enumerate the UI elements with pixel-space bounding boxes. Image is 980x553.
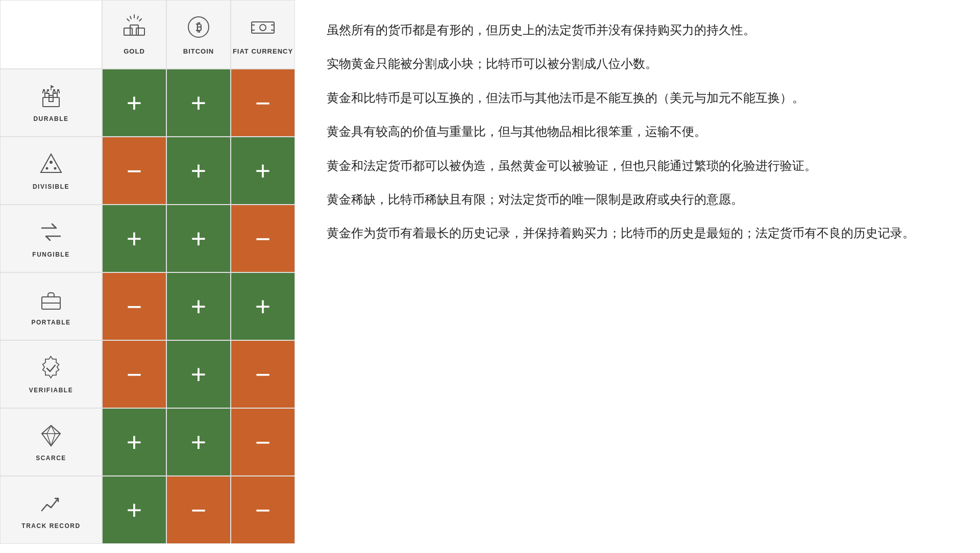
svg-marker-40 — [42, 425, 60, 446]
svg-rect-1 — [130, 25, 138, 35]
svg-point-36 — [46, 167, 48, 170]
row-label-verifiable: VERIFIABLE — [0, 340, 102, 408]
svg-rect-30 — [57, 89, 59, 91]
cell-symbol: + — [191, 90, 206, 116]
svg-line-6 — [127, 19, 129, 21]
fiat-label: FIAT CURRENCY — [233, 47, 293, 55]
row-label-scarce: SCARCE — [0, 408, 102, 476]
table-row-scarce: SCARCE ++− — [0, 408, 296, 476]
svg-rect-17 — [45, 93, 49, 97]
cell-symbol: + — [255, 158, 271, 184]
cell-divisible-gold: − — [102, 137, 166, 205]
header-col-fiat: FIAT CURRENCY — [231, 0, 295, 69]
cell-portable-bitcoin: + — [166, 272, 231, 340]
svg-rect-2 — [136, 28, 144, 35]
cell-fungible-gold: + — [102, 205, 166, 272]
cell-symbol: + — [191, 293, 206, 320]
cell-symbol: − — [191, 497, 206, 523]
cell-fungible-bitcoin: + — [166, 205, 231, 272]
svg-line-5 — [137, 16, 138, 19]
svg-line-33 — [51, 154, 61, 172]
cell-symbol: − — [255, 497, 271, 523]
svg-line-4 — [130, 16, 131, 19]
svg-line-7 — [139, 19, 141, 21]
table-row-verifiable: VERIFIABLE −+− — [0, 340, 296, 408]
cell-verifiable-fiat: − — [231, 340, 295, 408]
briefcase-icon — [38, 287, 64, 316]
header-col-gold: GOLD — [102, 0, 166, 69]
cell-symbol: − — [127, 361, 142, 388]
cell-symbol: + — [191, 361, 206, 388]
gold-icon — [121, 14, 148, 43]
svg-rect-27 — [43, 89, 45, 91]
cell-fungible-fiat: − — [231, 205, 295, 272]
svg-point-37 — [54, 167, 57, 170]
svg-point-11 — [260, 24, 266, 31]
row-label-track-record: TRACK RECORD — [0, 476, 102, 544]
comparison-table: GOLD ₿ BITCOIN — [0, 0, 296, 553]
chart-up-icon — [38, 490, 64, 519]
cell-durable-gold: + — [102, 69, 166, 137]
cell-symbol: − — [127, 293, 142, 320]
table-row-durable: DURABLE ++− — [0, 69, 296, 137]
row-label-text-scarce: SCARCE — [36, 455, 66, 462]
badge-check-icon — [38, 355, 64, 384]
descriptions-panel: 虽然所有的货币都是有形的，但历史上的法定货币并没有保持购买力的持久性。实物黄金只… — [296, 0, 980, 264]
swap-icon — [38, 219, 64, 248]
cell-symbol: + — [191, 225, 206, 252]
bitcoin-icon: ₿ — [185, 14, 212, 43]
cell-track-record-gold: + — [102, 476, 166, 544]
cell-verifiable-bitcoin: + — [166, 340, 231, 408]
cell-symbol: − — [127, 158, 142, 184]
cell-symbol: − — [255, 225, 271, 252]
row-label-text-track-record: TRACK RECORD — [21, 522, 80, 530]
row-label-text-durable: DURABLE — [33, 115, 68, 122]
table-row-fungible: FUNGIBLE ++− — [0, 205, 296, 272]
table-row-track-record: TRACK RECORD +−− — [0, 476, 296, 544]
svg-point-35 — [50, 161, 53, 164]
svg-rect-10 — [252, 22, 274, 33]
row-label-fungible: FUNGIBLE — [0, 205, 102, 272]
cell-durable-fiat: − — [231, 69, 295, 137]
gold-label: GOLD — [124, 47, 145, 55]
cell-symbol: + — [255, 293, 271, 320]
description-7: 黄金作为货币有着最长的历史记录，并保持着购买力；比特币的历史是最短的；法定货币有… — [327, 223, 949, 243]
row-label-text-divisible: DIVISIBLE — [33, 183, 69, 190]
row-label-text-portable: PORTABLE — [31, 319, 70, 326]
castle-icon — [38, 83, 64, 112]
cell-scarce-bitcoin: + — [166, 408, 231, 476]
descriptions-list: 虽然所有的货币都是有形的，但历史上的法定货币并没有保持购买力的持久性。实物黄金只… — [327, 20, 949, 243]
cell-portable-gold: − — [102, 272, 166, 340]
svg-rect-18 — [53, 93, 57, 97]
row-label-divisible: DIVISIBLE — [0, 137, 102, 205]
svg-rect-19 — [49, 95, 53, 102]
bitcoin-label: BITCOIN — [183, 47, 214, 55]
cell-scarce-gold: + — [102, 408, 166, 476]
cell-track-record-bitcoin: − — [166, 476, 231, 544]
description-6: 黄金稀缺，比特币稀缺且有限；对法定货币的唯一限制是政府或央行的意愿。 — [327, 190, 949, 209]
description-4: 黄金具有较高的价值与重量比，但与其他物品相比很笨重，运输不便。 — [327, 122, 949, 141]
svg-rect-28 — [47, 89, 49, 91]
table-row-divisible: DIVISIBLE −++ — [0, 137, 296, 205]
description-1: 虽然所有的货币都是有形的，但历史上的法定货币并没有保持购买力的持久性。 — [327, 20, 949, 40]
row-label-text-verifiable: VERIFIABLE — [29, 387, 73, 394]
svg-text:₿: ₿ — [196, 21, 202, 34]
fiat-icon — [250, 14, 276, 43]
diamond-icon — [38, 422, 64, 451]
cell-track-record-fiat: − — [231, 476, 295, 544]
cell-symbol: + — [127, 429, 142, 456]
cell-symbol: + — [127, 225, 142, 252]
svg-rect-29 — [53, 89, 55, 91]
cell-divisible-fiat: + — [231, 137, 295, 205]
cell-symbol: + — [127, 497, 142, 523]
cell-symbol: − — [255, 90, 271, 116]
description-5: 黄金和法定货币都可以被伪造，虽然黄金可以被验证，但也只能通过繁琐的化验进行验证。 — [327, 156, 949, 175]
row-label-portable: PORTABLE — [0, 272, 102, 340]
cell-symbol: − — [255, 361, 271, 388]
row-label-text-fungible: FUNGIBLE — [32, 251, 69, 258]
table-body: DURABLE ++− DIVISIBLE −++ FUNGIBLE ++− — [0, 69, 296, 544]
cell-durable-bitcoin: + — [166, 69, 231, 137]
description-3: 黄金和比特币是可以互换的，但法币与其他法币是不能互换的（美元与加元不能互换）。 — [327, 88, 949, 108]
pizza-icon — [38, 151, 64, 180]
cell-symbol: − — [255, 429, 271, 456]
